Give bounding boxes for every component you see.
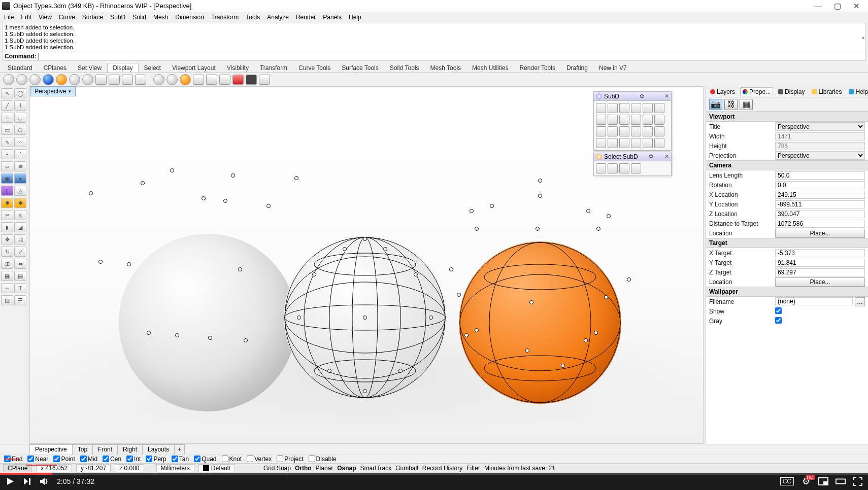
- render-sun-icon[interactable]: [180, 74, 191, 85]
- control-point[interactable]: [584, 338, 588, 342]
- menu-analyze[interactable]: Analyze: [267, 14, 289, 21]
- control-point[interactable]: [312, 272, 316, 276]
- box-tool-icon[interactable]: ▣: [1, 173, 13, 184]
- osnap-tan[interactable]: Tan: [172, 456, 189, 463]
- osnap-knot[interactable]: Knot: [222, 456, 242, 463]
- menu-transform[interactable]: Transform: [211, 14, 239, 21]
- tab-viewportlayout[interactable]: Viewport Layout: [166, 63, 221, 73]
- filename-field[interactable]: [775, 297, 853, 305]
- subd-panel[interactable]: SubD ✿ ✕: [593, 91, 672, 151]
- control-point[interactable]: [383, 247, 387, 251]
- settings-button[interactable]: ⚙HD: [801, 476, 811, 486]
- control-point[interactable]: [429, 316, 433, 320]
- subd-tool-icon[interactable]: [596, 138, 606, 148]
- shade-xray-icon[interactable]: [56, 74, 67, 85]
- tab-standard[interactable]: Standard: [2, 63, 38, 73]
- maximize-button[interactable]: ▢: [834, 2, 841, 11]
- browse-button[interactable]: …: [855, 297, 865, 306]
- subd-tool-icon[interactable]: [643, 115, 653, 125]
- status-record[interactable]: Record History: [422, 465, 462, 472]
- polyline-icon[interactable]: ⌇: [14, 100, 26, 111]
- panel-gear-icon[interactable]: ✿: [640, 93, 644, 99]
- shade-rendered-icon[interactable]: [29, 74, 41, 85]
- control-point[interactable]: [202, 196, 206, 200]
- menu-mesh[interactable]: Mesh: [153, 14, 168, 21]
- prop-material-icon[interactable]: ⛓: [724, 99, 738, 110]
- render-mesh-icon[interactable]: [193, 75, 204, 85]
- control-point[interactable]: [297, 316, 301, 320]
- status-osnap[interactable]: Osnap: [337, 465, 356, 472]
- move-icon[interactable]: ✥: [1, 234, 13, 244]
- control-point[interactable]: [529, 300, 533, 304]
- render-shaded-icon[interactable]: [166, 74, 178, 85]
- array-icon[interactable]: ⊞: [1, 259, 13, 269]
- control-point[interactable]: [475, 328, 479, 332]
- status-gumball[interactable]: Gumball: [395, 465, 418, 472]
- pointer-icon[interactable]: ↖: [1, 88, 13, 98]
- explode-icon[interactable]: ✸: [1, 198, 13, 208]
- tab-visibility[interactable]: Visibility: [221, 63, 254, 73]
- point-icon[interactable]: •: [1, 149, 13, 159]
- subd-tool-icon[interactable]: [643, 103, 653, 113]
- control-point[interactable]: [147, 331, 151, 335]
- subd-tool-icon[interactable]: [631, 126, 641, 136]
- control-point[interactable]: [141, 181, 145, 185]
- subd-tool-icon[interactable]: [643, 138, 653, 148]
- volume-button[interactable]: [40, 476, 50, 486]
- menu-solid[interactable]: Solid: [132, 14, 146, 21]
- selsubd-tool-icon[interactable]: [631, 163, 641, 173]
- control-point[interactable]: [363, 237, 367, 241]
- panel-close-icon[interactable]: ✕: [664, 93, 669, 99]
- control-point[interactable]: [398, 369, 403, 373]
- control-point[interactable]: [490, 204, 494, 208]
- subd-tool-icon[interactable]: [631, 115, 641, 125]
- join-icon[interactable]: ✱: [14, 198, 26, 208]
- shade-toggle2-icon[interactable]: [135, 75, 146, 85]
- status-units[interactable]: Millimeters: [156, 464, 194, 472]
- play-button[interactable]: [5, 476, 15, 486]
- vptab-right[interactable]: Right: [117, 444, 143, 454]
- menu-curve[interactable]: Curve: [59, 14, 75, 21]
- osnap-mid[interactable]: Mid: [80, 456, 97, 463]
- place-camera-button[interactable]: Place...: [775, 229, 865, 238]
- osnap-near[interactable]: Near: [27, 456, 48, 463]
- control-point[interactable]: [244, 338, 248, 342]
- subd-tool-icon[interactable]: [631, 103, 641, 113]
- subd-tool-icon[interactable]: [608, 103, 618, 113]
- control-point[interactable]: [223, 199, 227, 203]
- control-point[interactable]: [363, 389, 367, 393]
- menu-tools[interactable]: Tools: [246, 14, 260, 21]
- loft-icon[interactable]: ≋: [14, 161, 26, 171]
- scale-icon[interactable]: ⤢: [14, 247, 26, 257]
- shade-shaded-icon[interactable]: [16, 74, 27, 85]
- vptab-add[interactable]: +: [174, 444, 185, 454]
- vptab-perspective[interactable]: Perspective: [29, 444, 73, 454]
- place-target-button[interactable]: Place...: [775, 277, 865, 287]
- panel-tab-display[interactable]: Display: [776, 88, 807, 96]
- cc-button[interactable]: CC: [780, 477, 794, 485]
- panel-tab-help[interactable]: Help: [847, 88, 868, 96]
- theater-button[interactable]: [836, 476, 846, 486]
- control-point[interactable]: [414, 272, 418, 276]
- tab-meshutilities[interactable]: Mesh Utilities: [466, 63, 514, 73]
- yloc-field[interactable]: [775, 200, 865, 208]
- prop-texture-icon[interactable]: ▦: [740, 99, 753, 110]
- tab-select[interactable]: Select: [139, 63, 166, 73]
- control-point[interactable]: [238, 267, 242, 271]
- disable-icon[interactable]: [232, 75, 244, 85]
- dim-icon[interactable]: ↔: [1, 283, 13, 293]
- arc-icon[interactable]: ◡: [14, 113, 26, 123]
- lenslength-field[interactable]: [775, 171, 865, 180]
- close-button[interactable]: ✕: [853, 2, 860, 11]
- subd-tool-icon[interactable]: [643, 126, 653, 136]
- control-point[interactable]: [457, 293, 461, 297]
- panel-close-icon[interactable]: ✕: [664, 153, 669, 160]
- command-line[interactable]: Command:: [2, 52, 866, 61]
- control-point[interactable]: [475, 227, 479, 231]
- box-icon[interactable]: [259, 75, 270, 85]
- viewport[interactable]: Perspective ▾: [29, 86, 704, 444]
- copy-icon[interactable]: ⿻: [14, 234, 26, 244]
- tab-transform[interactable]: Transform: [254, 63, 293, 73]
- circle-icon[interactable]: ○: [1, 113, 13, 123]
- render-wire-icon[interactable]: [219, 75, 230, 85]
